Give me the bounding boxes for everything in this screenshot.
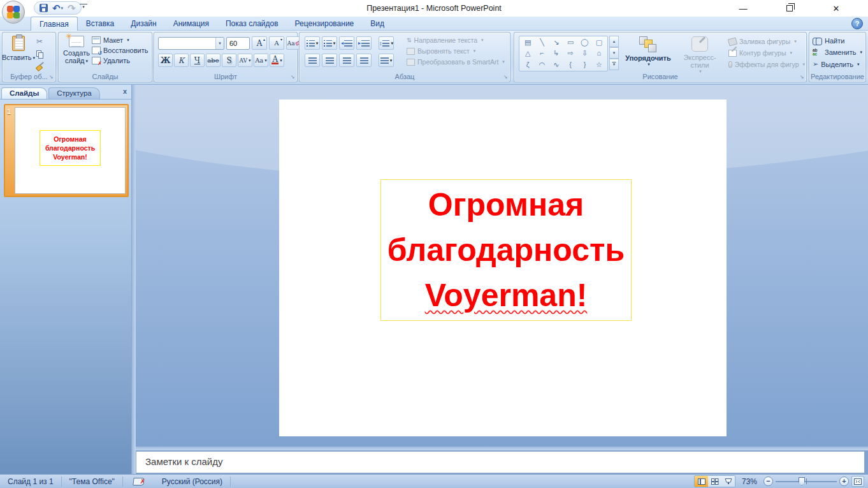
customize-qat-button[interactable]: ▾ xyxy=(80,4,87,10)
tab-home[interactable]: Главная xyxy=(31,17,78,31)
undo-dropdown-icon[interactable]: ▾ xyxy=(61,6,64,11)
shape-arrow[interactable]: ↘ xyxy=(553,37,559,48)
normal-view-button[interactable] xyxy=(695,476,708,487)
font-dialog-launcher[interactable]: ↘ xyxy=(289,74,296,80)
undo-button[interactable]: ↶ ▾ xyxy=(52,3,63,13)
help-button[interactable]: ? xyxy=(851,18,863,29)
shape-pentagon[interactable]: ⌂ xyxy=(597,48,602,59)
zoom-in-button[interactable]: + xyxy=(839,477,849,486)
notes-input[interactable]: Заметки к слайду xyxy=(136,451,865,473)
close-pane-button[interactable]: x xyxy=(123,87,127,95)
replace-button[interactable]: abacЗаменить xyxy=(813,48,862,56)
shape-oval[interactable]: ◯ xyxy=(581,37,588,48)
clipboard-dialog-launcher[interactable]: ↘ xyxy=(48,74,54,80)
shape-right-brace[interactable]: } xyxy=(584,59,586,70)
format-painter-button[interactable] xyxy=(32,61,47,72)
redo-button[interactable]: ↷ xyxy=(68,3,76,13)
zoom-slider[interactable] xyxy=(776,477,837,486)
tab-review[interactable]: Рецензирование xyxy=(287,17,363,31)
slideshow-view-button[interactable] xyxy=(721,476,735,487)
select-button[interactable]: ➢Выделить xyxy=(813,60,862,68)
decrease-indent-button[interactable]: ◂ xyxy=(339,36,354,50)
zoom-slider-thumb[interactable] xyxy=(799,477,805,485)
shape-curve[interactable]: ∿ xyxy=(553,59,559,70)
new-slide-button[interactable]: ✳ Создать слайд xyxy=(62,36,91,73)
slide-sorter-view-button[interactable] xyxy=(708,476,721,487)
shapes-scroll-up-button[interactable]: ▲ xyxy=(609,36,619,47)
italic-button[interactable]: К xyxy=(174,54,189,67)
save-button[interactable] xyxy=(40,4,48,12)
tab-view[interactable]: Вид xyxy=(362,17,393,31)
font-color-button[interactable]: А xyxy=(270,54,284,67)
font-name-combo[interactable]: ▾ xyxy=(158,37,224,50)
shape-effects-button[interactable]: Эффекты для фигур xyxy=(728,61,805,68)
shape-rectangle[interactable]: ▭ xyxy=(567,37,574,48)
strikethrough-button[interactable]: abe xyxy=(206,54,221,67)
theme-name[interactable]: "Тема Office" xyxy=(62,477,123,487)
restore-button[interactable] xyxy=(775,0,804,17)
convert-smartart-button[interactable]: Преобразовать в SmartArt xyxy=(407,58,509,66)
shrink-font-button[interactable]: А▾ xyxy=(269,36,284,50)
font-size-combo[interactable]: 60 xyxy=(226,37,250,50)
arrange-button[interactable]: Упорядочить xyxy=(624,36,672,67)
shape-line[interactable]: ╲ xyxy=(540,37,544,48)
bold-button[interactable]: Ж xyxy=(158,54,173,67)
shape-arc[interactable]: ◠ xyxy=(539,59,546,70)
zoom-out-button[interactable]: − xyxy=(763,477,773,486)
fit-slide-to-window-button[interactable] xyxy=(851,476,864,487)
grow-font-button[interactable]: А▴ xyxy=(252,36,267,50)
cut-button[interactable]: ✂ xyxy=(32,36,47,47)
zoom-level[interactable]: 73% xyxy=(738,477,761,486)
line-spacing-button[interactable]: ↕ xyxy=(379,36,394,50)
shape-down-arrow[interactable]: ⇩ xyxy=(582,48,588,59)
layout-button[interactable]: Макет xyxy=(92,36,148,44)
close-button[interactable]: ✕ xyxy=(821,0,851,17)
align-right-button[interactable] xyxy=(339,54,354,67)
copy-button[interactable] xyxy=(32,48,47,59)
tab-slides-thumbnails[interactable]: Слайды xyxy=(1,87,47,99)
office-button[interactable] xyxy=(2,1,25,24)
quick-styles-button[interactable]: Экспресс-стили xyxy=(675,36,725,74)
shape-textbox[interactable]: ▤ xyxy=(524,37,531,48)
shape-fill-button[interactable]: Заливка фигуры xyxy=(728,38,805,45)
tab-outline[interactable]: Структура xyxy=(48,87,100,99)
character-spacing-button[interactable]: AV xyxy=(238,54,252,67)
tab-animation[interactable]: Анимация xyxy=(165,17,217,31)
paragraph-dialog-launcher[interactable]: ↘ xyxy=(502,74,509,80)
language-status[interactable]: Русский (Россия) xyxy=(154,477,231,487)
tab-insert[interactable]: Вставка xyxy=(78,17,123,31)
delete-slide-button[interactable]: Удалить xyxy=(92,57,148,64)
shapes-gallery-more-button[interactable]: ▼ xyxy=(609,59,619,70)
font-name-dropdown-icon[interactable]: ▾ xyxy=(215,38,224,49)
align-left-button[interactable] xyxy=(305,54,320,67)
shape-outline-button[interactable]: Контур фигуры xyxy=(728,49,805,57)
minimize-button[interactable]: — xyxy=(728,0,758,17)
text-shadow-button[interactable]: S xyxy=(222,54,236,67)
paste-button[interactable]: Вставить xyxy=(6,36,31,73)
slide-thumbnail-1[interactable]: 1 Огромная благодарность Voyerman! xyxy=(4,104,129,197)
shape-right-arrow[interactable]: ⇨ xyxy=(568,48,574,59)
shape-left-brace[interactable]: { xyxy=(569,59,572,70)
shape-elbow[interactable]: ⌐ xyxy=(540,48,544,59)
underline-button[interactable]: Ч xyxy=(190,54,205,67)
justify-button[interactable] xyxy=(356,54,372,67)
align-center-button[interactable] xyxy=(322,54,337,67)
drawing-dialog-launcher[interactable]: ↘ xyxy=(799,74,805,80)
shape-star[interactable]: ☆ xyxy=(596,59,602,70)
tab-slideshow[interactable]: Показ слайдов xyxy=(217,17,287,31)
spellcheck-status[interactable] xyxy=(123,477,154,487)
shape-scribble[interactable]: ζ xyxy=(526,59,530,70)
slide-textbox[interactable]: Огромная благодарность Voyerman! xyxy=(380,179,632,321)
bullets-button[interactable] xyxy=(305,36,320,50)
reset-slide-button[interactable]: Восстановить xyxy=(92,47,148,54)
text-direction-button[interactable]: ⇅Направление текста xyxy=(407,36,509,44)
numbering-button[interactable] xyxy=(322,36,337,50)
find-button[interactable]: Найти xyxy=(813,37,862,45)
columns-button[interactable] xyxy=(379,54,394,67)
shapes-scroll-down-button[interactable]: ▼ xyxy=(609,47,619,59)
shape-rounded-rect[interactable]: ▢ xyxy=(596,37,602,48)
shape-triangle[interactable]: △ xyxy=(525,48,530,59)
shape-elbow-arrow[interactable]: ↳ xyxy=(553,48,559,59)
tab-design[interactable]: Дизайн xyxy=(122,17,164,31)
increase-indent-button[interactable]: ▸ xyxy=(356,36,372,50)
